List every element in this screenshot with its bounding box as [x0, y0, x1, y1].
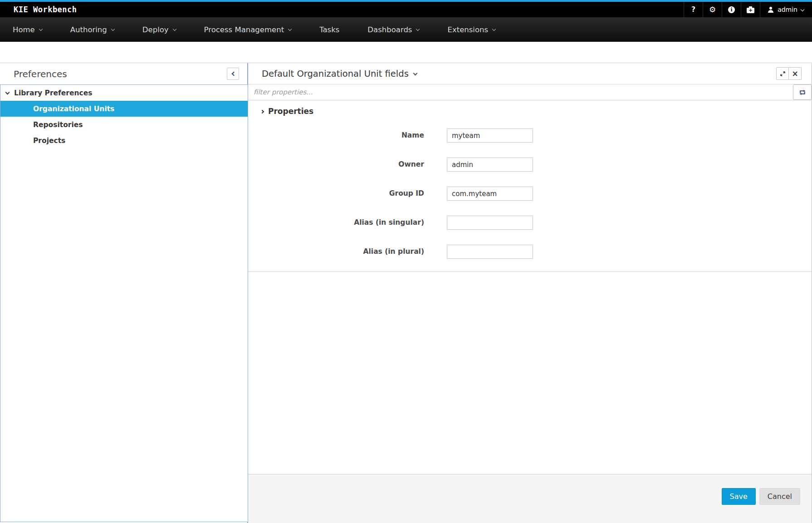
alias-plural-field[interactable] — [447, 245, 533, 259]
refresh-icon — [799, 89, 806, 96]
brand-bar: KIE Workbench ? ⚙ i + admin — [0, 2, 812, 17]
nav-item-tasks[interactable]: Tasks — [305, 17, 353, 42]
workspace: Preferences Library Preferences Organiza… — [0, 63, 812, 523]
nav-item-process-management[interactable]: Process Management — [190, 17, 306, 42]
tree-item-projects[interactable]: Projects — [0, 133, 248, 148]
form-row-alias-singular: Alias (in singular) — [248, 216, 812, 230]
nav-item-dashboards[interactable]: Dashboards — [353, 17, 433, 42]
help-icon: ? — [691, 5, 695, 14]
properties-form: Name Owner Group ID Alias (in singular) … — [248, 122, 812, 259]
user-menu[interactable]: admin — [760, 2, 812, 17]
close-icon: × — [792, 70, 798, 78]
preferences-panel: Preferences Library Preferences Organiza… — [0, 63, 248, 523]
nav-item-home[interactable]: Home — [0, 17, 56, 42]
editor-window-buttons: × — [776, 67, 802, 80]
form-row-alias-plural: Alias (in plural) — [248, 245, 812, 259]
alias-singular-label: Alias (in singular) — [248, 216, 447, 230]
nav-item-authoring[interactable]: Authoring — [56, 17, 128, 42]
chevron-down-icon — [288, 27, 292, 30]
about-button[interactable]: i — [722, 2, 741, 17]
user-name: admin — [778, 6, 797, 13]
group-id-label: Group ID — [248, 187, 447, 201]
tree-item-library-preferences[interactable]: Library Preferences — [0, 85, 248, 101]
expand-icon — [780, 71, 786, 77]
tree-item-organizational-units[interactable]: Organizational Units — [0, 101, 248, 117]
gear-icon: ⚙ — [709, 6, 716, 14]
collapse-panel-button[interactable] — [227, 68, 239, 80]
settings-button[interactable]: ⚙ — [703, 2, 722, 17]
form-row-owner: Owner — [248, 158, 812, 172]
report-button[interactable]: + — [741, 2, 760, 17]
main-nav: Home Authoring Deploy Process Management… — [0, 17, 812, 42]
filter-bar — [248, 84, 812, 100]
user-icon — [768, 7, 774, 13]
preferences-tree: Library Preferences Organizational Units… — [0, 84, 248, 522]
chevron-down-icon — [413, 71, 417, 75]
close-button[interactable]: × — [789, 67, 802, 80]
chevron-down-icon — [5, 90, 10, 94]
name-label: Name — [248, 128, 447, 143]
content-gap — [0, 42, 812, 63]
form-row-group-id: Group ID — [248, 187, 812, 201]
alias-plural-label: Alias (in plural) — [248, 245, 447, 259]
tree-item-label: Repositories — [33, 121, 83, 129]
nav-label: Dashboards — [367, 25, 412, 34]
preferences-header: Preferences — [0, 63, 247, 84]
medkit-icon: + — [747, 8, 754, 13]
info-icon: i — [728, 6, 735, 13]
properties-section-toggle[interactable]: Properties — [248, 100, 812, 122]
chevron-down-icon — [39, 27, 42, 30]
chevron-left-icon — [231, 72, 236, 76]
tree-item-label: Projects — [33, 137, 65, 145]
chevron-down-icon — [801, 8, 804, 11]
nav-item-extensions[interactable]: Extensions — [433, 17, 509, 42]
properties-section-title: Properties — [268, 107, 313, 116]
preferences-title: Preferences — [0, 69, 227, 79]
chevron-down-icon — [111, 27, 115, 30]
editor-panel: Default Organizational Unit fields × — [248, 63, 812, 523]
nav-label: Home — [13, 25, 35, 34]
form-row-name: Name — [248, 128, 812, 143]
tree-item-repositories[interactable]: Repositories — [0, 117, 248, 133]
app-logo: KIE Workbench — [0, 2, 684, 17]
alias-singular-field[interactable] — [447, 216, 533, 230]
save-button[interactable]: Save — [722, 488, 756, 505]
nav-label: Process Management — [204, 25, 284, 34]
tree-item-label: Library Preferences — [14, 89, 92, 97]
nav-label: Extensions — [447, 25, 488, 34]
nav-label: Authoring — [70, 25, 107, 34]
chevron-right-icon — [260, 109, 264, 113]
editor-header: Default Organizational Unit fields × — [248, 63, 812, 84]
help-button[interactable]: ? — [684, 2, 703, 17]
refresh-button[interactable] — [793, 84, 812, 100]
editor-footer: Save Cancel — [248, 474, 812, 523]
editor-title-dropdown[interactable]: Default Organizational Unit fields — [248, 69, 776, 79]
chevron-down-icon — [416, 27, 420, 30]
group-id-field[interactable] — [447, 187, 533, 201]
tree-item-label: Organizational Units — [33, 105, 114, 113]
properties-section: Properties Name Owner Group ID Alias (in… — [248, 100, 812, 272]
name-field[interactable] — [447, 128, 533, 143]
chevron-down-icon — [172, 27, 176, 30]
owner-label: Owner — [248, 158, 447, 172]
topbar-icons: ? ⚙ i + admin — [684, 2, 812, 17]
maximize-button[interactable] — [776, 67, 789, 80]
owner-field[interactable] — [447, 158, 533, 172]
filter-input[interactable] — [248, 84, 793, 100]
nav-item-deploy[interactable]: Deploy — [128, 17, 190, 42]
nav-label: Deploy — [142, 25, 169, 34]
chevron-down-icon — [492, 27, 496, 30]
nav-label: Tasks — [319, 25, 339, 34]
editor-title: Default Organizational Unit fields — [262, 69, 409, 79]
cancel-button[interactable]: Cancel — [759, 488, 800, 505]
